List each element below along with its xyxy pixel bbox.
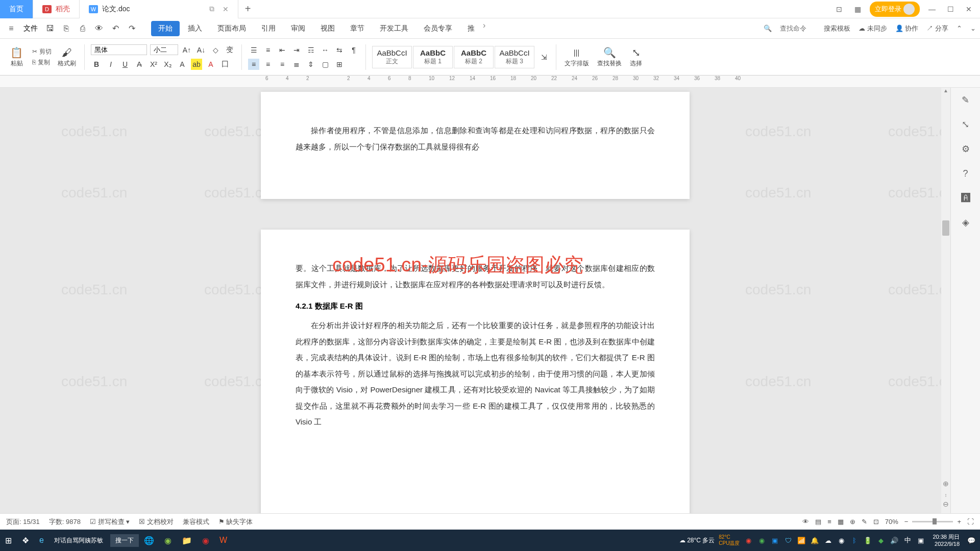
tray-icon[interactable]: ▣ — [770, 536, 779, 545]
task-ie[interactable]: e — [34, 530, 49, 551]
document-page[interactable]: 操作者使用程序，不管是信息添加，信息删除和查询等都是在处理和访问程序数据，程序的… — [261, 92, 690, 199]
view-outline-icon[interactable]: ≡ — [827, 518, 831, 525]
find-replace-button[interactable]: 🔍查找替换 — [595, 45, 624, 69]
new-tab-button[interactable]: + — [238, 3, 257, 15]
tab-section[interactable]: 章节 — [343, 21, 372, 36]
tab-reference[interactable]: 引用 — [254, 21, 283, 36]
view-edit-icon[interactable]: ✎ — [862, 518, 867, 525]
highlight-button[interactable]: ab — [191, 59, 202, 70]
eye-icon[interactable]: 👁 — [802, 518, 809, 525]
format-painter-button[interactable]: 🖌格式刷 — [56, 45, 78, 69]
doc-heading[interactable]: 4.2.1 数据库 E-R 图 — [296, 302, 655, 311]
tab-devtools[interactable]: 开发工具 — [373, 21, 415, 36]
tab-review[interactable]: 审阅 — [284, 21, 312, 36]
fullscreen-icon[interactable]: ⛶ — [967, 518, 974, 525]
borders-button[interactable]: ⊞ — [334, 59, 345, 70]
font-color-button[interactable]: A — [205, 59, 216, 70]
task-browser[interactable]: ◉ — [159, 530, 177, 551]
sort-button[interactable]: ☶ — [305, 44, 316, 56]
tab-close-icon[interactable]: ✕ — [223, 5, 229, 13]
compat-mode[interactable]: 兼容模式 — [183, 517, 209, 527]
window-mode-icon[interactable]: ⊡ — [833, 3, 845, 15]
tab-start[interactable]: 开始 — [151, 21, 180, 36]
align-center-button[interactable]: ≡ — [262, 59, 274, 70]
apps-icon[interactable]: ▦ — [851, 3, 864, 15]
align-left-button[interactable]: ≡ — [248, 59, 259, 70]
qat-preview-icon[interactable]: 👁 — [92, 21, 106, 36]
zoom-slider[interactable] — [912, 521, 953, 522]
zoom-fit-icon[interactable]: ⊡ — [873, 518, 879, 525]
tray-shield-icon[interactable]: 🛡 — [783, 536, 793, 545]
qat-print-icon[interactable]: ⎙ — [76, 21, 90, 36]
tray-battery-icon[interactable]: 🔋 — [863, 536, 872, 545]
share-button[interactable]: ↗ 分享 — [926, 24, 948, 33]
translate-icon[interactable]: 🅰 — [959, 191, 973, 205]
file-menu[interactable]: 文件 — [23, 24, 38, 33]
style-more-icon[interactable]: ⇲ — [538, 52, 550, 63]
superscript-button[interactable]: X² — [148, 59, 159, 70]
tray-icon[interactable]: ◉ — [744, 536, 753, 545]
ruler[interactable]: 642246810121416182022242628303234363840 — [0, 76, 980, 88]
numbering-button[interactable]: ≡ — [262, 44, 274, 56]
expand-ribbon-icon[interactable]: ⌄ — [970, 24, 976, 32]
task-app1[interactable]: ❖ — [17, 530, 34, 551]
spellcheck-toggle[interactable]: ☑ 拼写检查 ▾ — [90, 517, 130, 527]
task-explorer[interactable]: 📁 — [177, 530, 197, 551]
qat-redo-icon[interactable]: ↷ — [125, 21, 139, 36]
qat-save-icon[interactable]: 🖫 — [43, 21, 57, 36]
page-indicator[interactable]: 页面: 15/31 — [6, 517, 40, 527]
bold-button[interactable]: B — [91, 59, 102, 70]
cut-button[interactable]: ✂剪切 — [32, 47, 52, 56]
zoom-level[interactable]: 70% — [885, 518, 898, 525]
collapse-ribbon-icon[interactable]: ⌃ — [957, 24, 962, 32]
settings-icon[interactable]: ⚙ — [959, 142, 973, 156]
copy-button[interactable]: ⎘复制 — [32, 58, 52, 67]
task-chat[interactable]: 对话自骂阿姨苏敏 — [49, 530, 108, 551]
tray-bell-icon[interactable]: 🔔 — [810, 536, 819, 545]
style-normal[interactable]: AaBbCcI正文 — [372, 46, 412, 68]
shading-button[interactable]: ▢ — [320, 59, 331, 70]
bullets-button[interactable]: ☰ — [248, 44, 259, 56]
start-button[interactable]: ⊞ — [0, 530, 17, 551]
tab-member[interactable]: 会员专享 — [416, 21, 459, 36]
search-command-input[interactable] — [780, 24, 816, 32]
qat-export-icon[interactable]: ⎘ — [59, 21, 74, 36]
tray-ime-icon[interactable]: 中 — [903, 536, 912, 545]
clear-format-icon[interactable]: ◇ — [210, 44, 221, 56]
tray-bluetooth-icon[interactable]: ᛒ — [850, 536, 859, 545]
tab-popout-icon[interactable]: ⧉ — [209, 5, 214, 13]
shrink-font-icon[interactable]: A↓ — [195, 44, 207, 56]
strikethrough-button[interactable]: A̶ — [134, 59, 145, 70]
hamburger-icon[interactable]: ≡ — [4, 21, 18, 36]
paste-button[interactable]: 📋粘贴 — [8, 45, 25, 69]
grow-font-icon[interactable]: A↑ — [181, 44, 192, 56]
tray-icon[interactable]: ◆ — [876, 536, 886, 545]
tray-wifi-icon[interactable]: 📶 — [797, 536, 806, 545]
italic-button[interactable]: I — [105, 59, 116, 70]
document-page[interactable]: code51.cn-源码乐园盗图必究 要。这个工具就是数据库，为了让所选数据库更… — [261, 230, 690, 530]
char-border-button[interactable]: 囗 — [219, 59, 231, 70]
select-button[interactable]: ⤡选择 — [628, 45, 644, 69]
style-heading1[interactable]: AaBbC标题 1 — [413, 46, 453, 68]
pencil-icon[interactable]: ✎ — [959, 93, 973, 107]
diamond-icon[interactable]: ◈ — [959, 215, 973, 230]
zoom-out-button[interactable]: − — [904, 518, 909, 525]
font-family-select[interactable] — [91, 44, 147, 55]
select-tool-icon[interactable]: ⤡ — [959, 117, 973, 132]
tray-icon[interactable]: ◉ — [757, 536, 766, 545]
document-area[interactable]: code51.cn code51.cn code51.cn code51.cn … — [0, 88, 950, 530]
tray-icon[interactable]: ▣ — [916, 536, 925, 545]
style-heading3[interactable]: AaBbCcI标题 3 — [495, 46, 534, 68]
tab-home[interactable]: 首页 — [0, 0, 33, 18]
doc-paragraph[interactable]: 操作者使用程序，不管是信息添加，信息删除和查询等都是在处理和访问程序数据，程序的… — [296, 122, 655, 155]
task-edge[interactable]: 🌐 — [139, 530, 159, 551]
cpu-temp[interactable]: 82°CCPU温度 — [719, 534, 740, 547]
proofing-button[interactable]: ☒ 文档校对 — [139, 517, 174, 527]
scrollbar-thumb[interactable] — [942, 220, 949, 236]
tab-view[interactable]: 视图 — [313, 21, 342, 36]
tab-document[interactable]: W 论文.doc ⧉ ✕ — [80, 0, 238, 18]
maximize-button[interactable]: ☐ — [944, 3, 957, 15]
taskbar-clock[interactable]: 20:38 周日 2022/9/18 — [929, 533, 963, 548]
text-effect-button[interactable]: A — [177, 59, 188, 70]
tray-volume-icon[interactable]: 🔊 — [890, 536, 899, 545]
